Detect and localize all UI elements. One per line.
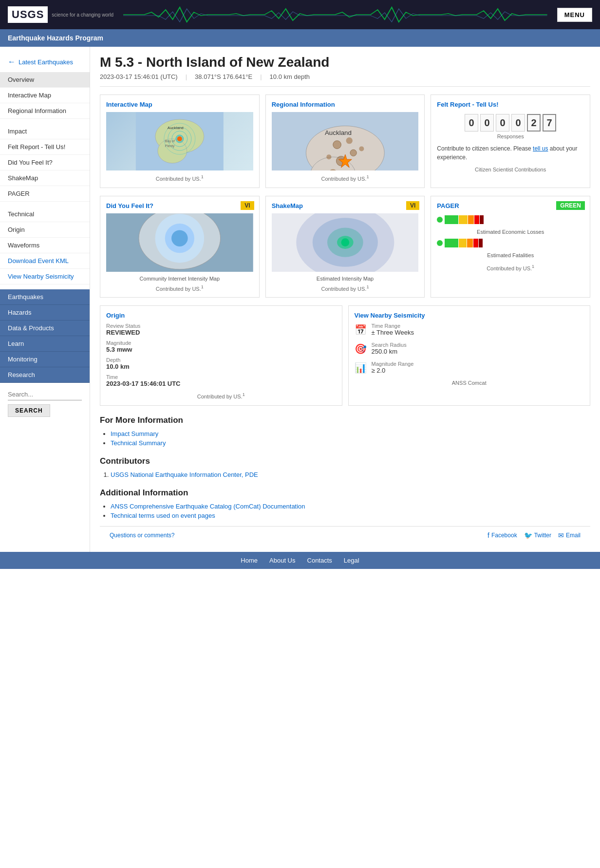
usgs-tagline: science for a changing world bbox=[52, 12, 113, 18]
interactive-map-image: Auckland Bay of Plenty bbox=[106, 112, 253, 170]
sidebar-global-data-products[interactable]: Data & Products bbox=[0, 321, 90, 336]
sidebar-global-research[interactable]: Research bbox=[0, 367, 90, 383]
facebook-icon: f bbox=[488, 531, 489, 539]
additional-info-item-1: Technical terms used on event pages bbox=[111, 512, 590, 519]
felt-digit-0: 0 bbox=[465, 114, 478, 132]
nearby-time-range-row: 📅 Time Range ± Three Weeks bbox=[355, 323, 584, 336]
sidebar-global-earthquakes[interactable]: Earthquakes bbox=[0, 289, 90, 305]
card-nearby-seismicity-link[interactable]: View Nearby Seismicity bbox=[355, 312, 584, 319]
tell-us-link[interactable]: tell us bbox=[533, 145, 548, 152]
sidebar-item-pager[interactable]: PAGER bbox=[0, 186, 90, 202]
twitter-link[interactable]: 🐦 Twitter bbox=[524, 531, 551, 539]
nearby-data: 📅 Time Range ± Three Weeks 🎯 Search Radi… bbox=[355, 323, 584, 374]
comcat-docs-link[interactable]: ANSS Comprehensive Earthquake Catalog (C… bbox=[111, 503, 305, 510]
usgs-neic-link[interactable]: USGS National Earthquake Information Cen… bbox=[111, 471, 258, 478]
sub-header: Earthquake Hazards Program bbox=[0, 29, 600, 47]
origin-time-value: 2023-03-17 15:46:01 UTC bbox=[106, 380, 180, 387]
technical-terms-link[interactable]: Technical terms used on event pages bbox=[111, 512, 215, 519]
footer-contacts-link[interactable]: Contacts bbox=[307, 557, 332, 564]
svg-point-18 bbox=[346, 137, 352, 144]
svg-point-14 bbox=[333, 141, 341, 149]
sidebar-item-nearby-seismicity[interactable]: View Nearby Seismicity bbox=[0, 269, 90, 284]
card-interactive-map: Interactive Map Auckland bbox=[100, 94, 260, 188]
facebook-link[interactable]: f Facebook bbox=[488, 531, 517, 539]
sidebar-item-interactive-map[interactable]: Interactive Map bbox=[0, 88, 90, 103]
sidebar-item-technical[interactable]: Technical bbox=[0, 207, 90, 222]
card-regional-info-link[interactable]: Regional Information bbox=[272, 101, 419, 108]
sidebar-item-origin[interactable]: Origin bbox=[0, 222, 90, 238]
card-interactive-map-link[interactable]: Interactive Map bbox=[106, 101, 253, 108]
card-shakemap-footer: Contributed by US.1 bbox=[272, 284, 419, 292]
sidebar-item-overview[interactable]: Overview bbox=[0, 72, 90, 88]
pager-badge: GREEN bbox=[556, 201, 585, 210]
menu-button[interactable]: MENU bbox=[557, 8, 592, 22]
card-felt-report-link[interactable]: Felt Report - Tell Us! bbox=[437, 101, 584, 108]
card-shakemap-link[interactable]: ShakeMap bbox=[272, 202, 419, 209]
pager-fatalities-row bbox=[437, 239, 584, 247]
back-arrow-icon: ← bbox=[8, 57, 16, 66]
origin-data: Review Status REVIEWED Magnitude 5.3 mww… bbox=[106, 323, 336, 387]
origin-time-label: Time bbox=[106, 374, 336, 380]
usgs-logo: USGS science for a changing world bbox=[8, 6, 113, 23]
search-button[interactable]: SEARCH bbox=[8, 404, 50, 417]
svg-point-7 bbox=[177, 136, 182, 141]
pager-economic-row bbox=[437, 215, 584, 224]
felt-digit-1: 0 bbox=[480, 114, 494, 132]
event-title: M 5.3 - North Island of New Zealand bbox=[100, 55, 590, 70]
sidebar-global-learn[interactable]: Learn bbox=[0, 336, 90, 352]
sidebar-item-waveforms[interactable]: Waveforms bbox=[0, 238, 90, 253]
sidebar-item-impact[interactable]: Impact bbox=[0, 124, 90, 139]
email-link[interactable]: ✉ Email bbox=[558, 531, 581, 539]
dyfi-badge: VI bbox=[241, 201, 254, 210]
contributor-item-0: USGS National Earthquake Information Cen… bbox=[111, 471, 590, 478]
sidebar-item-regional-information[interactable]: Regional Information bbox=[0, 103, 90, 119]
contributors-heading: Contributors bbox=[100, 456, 590, 466]
questions-comments-link[interactable]: Questions or comments? bbox=[110, 532, 174, 539]
additional-info-heading: Additional Information bbox=[100, 488, 590, 498]
felt-digit-2: 0 bbox=[496, 114, 509, 132]
back-to-latest-earthquakes[interactable]: ← Latest Earthquakes bbox=[0, 55, 90, 72]
dyfi-caption: Community Internet Intensity Map bbox=[106, 276, 253, 282]
nearby-search-radius-value: 250.0 km bbox=[372, 348, 407, 355]
sidebar-item-shakemap[interactable]: ShakeMap bbox=[0, 170, 90, 186]
footer-social: f Facebook 🐦 Twitter ✉ Email bbox=[488, 531, 581, 539]
origin-review-status-value: REVIEWED bbox=[106, 329, 140, 336]
felt-contribute-text: Contribute to citizen science. Please te… bbox=[437, 144, 584, 162]
meta-divider-2: | bbox=[260, 73, 262, 80]
cards-grid-row3: Origin Review Status REVIEWED Magnitude … bbox=[100, 305, 590, 406]
shakemap-image bbox=[272, 213, 419, 272]
impact-summary-link[interactable]: Impact Summary bbox=[111, 430, 158, 437]
search-input[interactable] bbox=[8, 389, 82, 400]
felt-digit-4: 2 bbox=[527, 114, 541, 132]
nearby-magnitude-range-value: ≥ 2.0 bbox=[372, 367, 414, 374]
svg-text:Auckland: Auckland bbox=[168, 126, 184, 130]
sidebar-item-dyfi[interactable]: Did You Feel It? bbox=[0, 155, 90, 170]
svg-point-40 bbox=[341, 238, 349, 246]
nearby-magnitude-range-label: Magnitude Range bbox=[372, 361, 414, 367]
page-footer-top: Questions or comments? f Facebook 🐦 Twit… bbox=[100, 526, 590, 544]
card-dyfi-link[interactable]: Did You Feel It? bbox=[106, 202, 253, 209]
cards-grid-row1: Interactive Map Auckland bbox=[100, 94, 590, 188]
footer-legal-link[interactable]: Legal bbox=[344, 557, 359, 564]
technical-summary-link[interactable]: Technical Summary bbox=[111, 439, 166, 447]
felt-report-digits: 0 0 0 0 2 7 bbox=[437, 114, 584, 132]
sidebar-item-felt-report[interactable]: Felt Report - Tell Us! bbox=[0, 139, 90, 155]
card-origin-link[interactable]: Origin bbox=[106, 312, 336, 319]
email-icon: ✉ bbox=[558, 531, 564, 539]
sidebar-global-hazards[interactable]: Hazards bbox=[0, 305, 90, 321]
card-dyfi-footer: Contributed by US.1 bbox=[106, 284, 253, 292]
footer-about-link[interactable]: About Us bbox=[269, 557, 295, 564]
svg-point-15 bbox=[350, 150, 356, 156]
origin-depth-row: Depth 10.0 km bbox=[106, 357, 336, 370]
sidebar-global-monitoring[interactable]: Monitoring bbox=[0, 352, 90, 367]
card-origin-footer: Contributed by US.1 bbox=[106, 392, 336, 399]
nearby-search-radius-row: 🎯 Search Radius 250.0 km bbox=[355, 342, 584, 355]
sidebar-item-download-kml[interactable]: Download Event KML bbox=[0, 253, 90, 269]
pager-charts: Estimated Economic Losses Estimated Fata… bbox=[437, 213, 584, 260]
more-info-heading: For More Information bbox=[100, 415, 590, 425]
origin-depth-value: 10.0 km bbox=[106, 363, 130, 370]
svg-text:Plenty: Plenty bbox=[165, 144, 175, 148]
card-felt-report: Felt Report - Tell Us! 0 0 0 0 2 7 Respo… bbox=[431, 94, 590, 188]
footer-home-link[interactable]: Home bbox=[241, 557, 258, 564]
svg-text:Auckland: Auckland bbox=[325, 129, 352, 136]
